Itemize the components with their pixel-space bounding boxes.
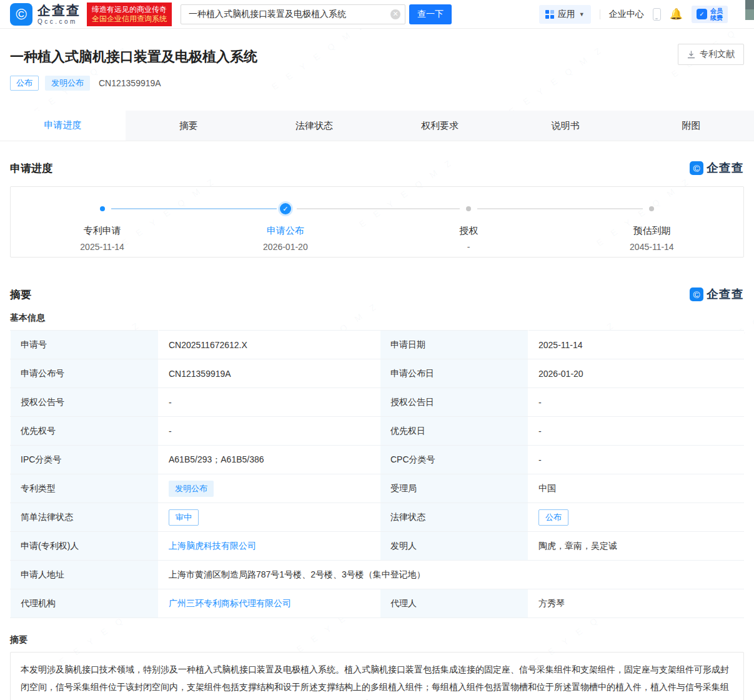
timeline-step-label: 授权	[459, 225, 478, 237]
field-value: CN202511672612.X	[159, 331, 380, 359]
table-row: 简单法律状态 审中 法律状态 公布	[11, 503, 745, 532]
apps-label: 应用	[558, 9, 575, 20]
tab-figures[interactable]: 附图	[628, 111, 754, 141]
brand-slogan: 缔造有远见的商业传奇 全国企业信用查询系统	[87, 2, 172, 26]
progress-timeline: 专利申请 2025-11-14 ✓ 申请公布 2026-01-20 授权 - 预…	[10, 186, 744, 258]
field-label: CPC分类号	[380, 446, 528, 474]
field-value: -	[159, 417, 380, 446]
qcc-logo-name: 企查查	[37, 4, 81, 17]
qcc-logo-icon: ©	[10, 3, 32, 26]
abstract-text: 本发明涉及脑机接口技术领域，特别涉及一种植入式脑机接口装置及电极植入系统。植入式…	[10, 652, 744, 700]
field-label: 申请人地址	[11, 561, 159, 589]
tab-claims[interactable]: 权利要求	[377, 111, 503, 141]
table-row: 专利类型 发明公布 受理局 中国	[11, 474, 745, 503]
field-label: 法律状态	[380, 503, 528, 532]
field-label: 申请(专利权)人	[11, 532, 159, 561]
field-value: 上海市黄浦区制造局路787号1号楼、2号楼、3号楼（集中登记地）	[159, 561, 745, 589]
timeline-step-label: 申请公布	[267, 225, 304, 237]
patent-document-button[interactable]: 专利文献	[678, 44, 744, 65]
field-value: -	[528, 417, 745, 446]
table-row: IPC分类号 A61B5/293；A61B5/386 CPC分类号 -	[11, 446, 745, 474]
field-value: 上海脑虎科技有限公司	[159, 532, 380, 561]
timeline-step-date: 2045-11-14	[630, 242, 674, 252]
table-row: 授权公告号 - 授权公告日 -	[11, 388, 745, 417]
timeline-segment-done	[111, 208, 277, 209]
field-label: 授权公告号	[11, 388, 159, 417]
agency-company-link[interactable]: 广州三环专利商标代理有限公司	[169, 598, 291, 608]
field-label: 代理机构	[11, 589, 159, 618]
top-header: © 企查查 Qcc.com 缔造有远见的商业传奇 全国企业信用查询系统 ✕ 查一…	[0, 0, 754, 29]
simple-legal-status-badge: 审中	[169, 509, 199, 526]
applicant-company-link[interactable]: 上海脑虎科技有限公司	[169, 541, 256, 551]
table-row: 申请公布号 CN121359919A 申请公布日 2026-01-20	[11, 359, 745, 388]
field-label: 简单法律状态	[11, 503, 159, 532]
field-value: 发明公布	[159, 474, 380, 503]
field-value: 公布	[528, 503, 745, 532]
apps-grid-icon	[545, 10, 554, 19]
member-line1: 会员	[710, 8, 723, 14]
timeline-step-date: 2026-01-20	[263, 242, 308, 252]
field-value: 审中	[159, 503, 380, 532]
patent-info-table: 申请号 CN202511672612.X 申请日期 2025-11-14 申请公…	[10, 330, 744, 618]
qcc-logo[interactable]: © 企查查 Qcc.com	[10, 3, 81, 26]
field-label: 申请日期	[380, 331, 528, 359]
field-value: -	[528, 388, 745, 417]
timeline-dot-pending	[466, 206, 471, 211]
chevron-down-icon: ▼	[579, 11, 585, 18]
patent-document-label: 专利文献	[700, 49, 735, 60]
timeline-step-date: 2025-11-14	[80, 242, 124, 252]
qcc-mini-icon: ©	[690, 161, 703, 175]
timeline-step-expiry: 预估到期 2045-11-14	[560, 187, 743, 257]
field-label: 优先权日	[380, 417, 528, 446]
patent-title-section: 一种植入式脑机接口装置及电极植入系统 公布 发明公布 CN121359919A …	[0, 29, 754, 91]
field-label: 申请公布号	[11, 359, 159, 388]
timeline-step-filing: 专利申请 2025-11-14	[11, 187, 194, 257]
timeline-step-publication: ✓ 申请公布 2026-01-20	[194, 187, 377, 257]
search-button[interactable]: 查一下	[409, 4, 452, 24]
slogan-line2: 全国企业信用查询系统	[92, 14, 167, 24]
timeline-step-label: 专利申请	[84, 225, 121, 237]
field-value: 2026-01-20	[528, 359, 745, 388]
qcc-mini-name: 企查查	[707, 286, 744, 302]
abstract-heading: 摘要	[0, 634, 754, 646]
field-label: IPC分类号	[11, 446, 159, 474]
field-value: -	[528, 446, 745, 474]
tab-legal-status[interactable]: 法律状态	[251, 111, 377, 141]
enterprise-center-link[interactable]: 企业中心	[609, 9, 644, 20]
field-value: 2025-11-14	[528, 331, 745, 359]
field-value: 中国	[528, 474, 745, 503]
timeline-dot-done	[100, 206, 105, 211]
tab-bar: 申请进度 摘要 法律状态 权利要求 说明书 附图	[0, 111, 754, 141]
basic-info-heading: 基本信息	[0, 312, 754, 324]
qcc-mini-name: 企查查	[707, 160, 744, 176]
qcc-brand-mark: © 企查查	[690, 286, 744, 302]
tab-application-progress[interactable]: 申请进度	[0, 111, 126, 141]
field-value: 方秀琴	[528, 589, 745, 618]
notifications-bell-icon[interactable]: 🔔	[670, 8, 683, 21]
clear-search-icon[interactable]: ✕	[390, 9, 400, 19]
download-icon	[687, 51, 695, 59]
timeline-segment-pending	[477, 208, 643, 209]
divider	[600, 9, 600, 19]
field-label: 优先权号	[11, 417, 159, 446]
field-label: 受理局	[380, 474, 528, 503]
field-label: 授权公告日	[380, 388, 528, 417]
scrollbar-thumb[interactable]	[745, 0, 754, 20]
member-renew-button[interactable]: ✓ 会员 续费	[692, 6, 728, 23]
timeline-dot-pending	[649, 206, 654, 211]
field-value: A61B5/293；A61B5/386	[159, 446, 380, 474]
timeline-step-date: -	[467, 242, 470, 252]
table-row: 申请人地址 上海市黄浦区制造局路787号1号楼、2号楼、3号楼（集中登记地）	[11, 561, 745, 589]
tab-description[interactable]: 说明书	[503, 111, 628, 141]
tab-summary[interactable]: 摘要	[126, 111, 251, 141]
field-value: CN121359919A	[159, 359, 380, 388]
page-title: 一种植入式脑机接口装置及电极植入系统	[10, 48, 744, 66]
search-area: ✕ 查一下	[181, 4, 452, 24]
search-input[interactable]	[181, 4, 405, 24]
legal-status-badge: 公布	[538, 509, 568, 526]
timeline-segment-pending	[297, 208, 460, 209]
mobile-app-icon[interactable]	[653, 8, 661, 21]
field-value: 陶虎，章南，吴定诚	[528, 532, 745, 561]
status-badge: 公布	[10, 76, 39, 91]
apps-menu-button[interactable]: 应用 ▼	[539, 5, 591, 24]
